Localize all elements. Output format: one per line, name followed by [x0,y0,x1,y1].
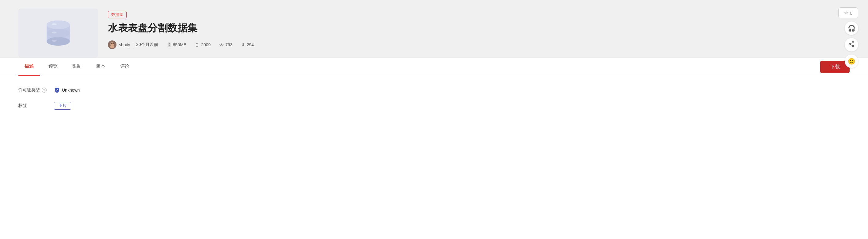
svg-point-10 [111,43,112,44]
star-icon: ☆ [844,10,848,16]
size-meta: 🗄 650MB [167,42,186,48]
tab-comments[interactable]: 评论 [114,58,135,76]
size-value: 650MB [173,42,186,47]
svg-point-13 [852,41,854,43]
svg-point-11 [113,43,114,44]
tag-item[interactable]: 图片 [54,102,71,110]
tab-description[interactable]: 描述 [19,58,40,76]
share-button[interactable] [845,38,858,52]
author-name: shpity [119,42,130,47]
svg-point-6 [52,32,57,33]
license-row: 许可证类型 ? Unknown [19,87,849,93]
license-value: Unknown [54,87,80,93]
dataset-thumbnail [19,8,98,58]
license-label: 许可证类型 ? [19,87,49,93]
downloads-value: 294 [247,42,254,47]
svg-line-16 [850,42,852,44]
storage-icon: 🗄 [167,42,171,48]
license-help-icon[interactable]: ? [42,88,46,93]
svg-point-2 [46,37,70,46]
star-count: 0 [850,10,852,16]
file-icon: 🗒 [195,42,199,48]
hero-info: 数据集 水表表盘分割数据集 shpity [108,8,849,49]
database-icon [40,15,76,52]
emoji-icon: 🙂 [848,58,856,65]
files-value: 2009 [201,42,211,47]
headset-button[interactable]: 🎧 [845,22,858,35]
svg-point-5 [52,23,57,25]
headset-icon: 🎧 [848,25,856,32]
right-float-buttons: ☆ 0 🎧 🙂 [838,7,858,68]
eye-icon: 👁 [219,42,224,48]
star-button[interactable]: ☆ 0 [838,7,858,19]
dataset-badge: 数据集 [108,11,127,19]
tab-preview[interactable]: 预览 [42,58,64,76]
svg-line-17 [850,44,852,46]
dataset-title: 水表表盘分割数据集 [108,22,849,35]
tab-restrictions[interactable]: 限制 [66,58,88,76]
views-value: 793 [225,42,232,47]
emoji-button[interactable]: 🙂 [845,55,858,68]
svg-point-14 [849,43,850,45]
svg-point-15 [852,45,854,47]
avatar [108,40,117,49]
license-text: Unknown [62,88,80,93]
files-meta: 🗒 2009 [195,42,211,48]
content-section: 许可证类型 ? Unknown 标签 图片 [0,76,868,239]
download-icon: ⬇ [241,42,245,48]
downloads-meta: ⬇ 294 [241,42,254,48]
meta-divider: | [133,42,134,47]
svg-point-12 [110,45,114,48]
meta-row: shpity | 20个月以前 🗄 650MB 🗒 2009 👁 793 [108,40,849,49]
shield-icon [54,87,60,93]
views-meta: 👁 793 [219,42,232,48]
share-icon [848,41,855,49]
tags-row: 标签 图片 [19,102,849,110]
svg-point-3 [46,21,70,29]
tags-label: 标签 [19,103,49,109]
page-wrapper: 数据集 水表表盘分割数据集 shpity [0,0,868,239]
tabs-section: 描述 预览 限制 版本 评论 下载 [0,58,868,76]
author-info: shpity | 20个月以前 [108,40,158,49]
time-ago: 20个月以前 [136,42,158,48]
hero-section: 数据集 水表表盘分割数据集 shpity [0,0,868,58]
svg-point-7 [52,40,57,42]
svg-point-4 [46,29,70,37]
tab-versions[interactable]: 版本 [90,58,112,76]
